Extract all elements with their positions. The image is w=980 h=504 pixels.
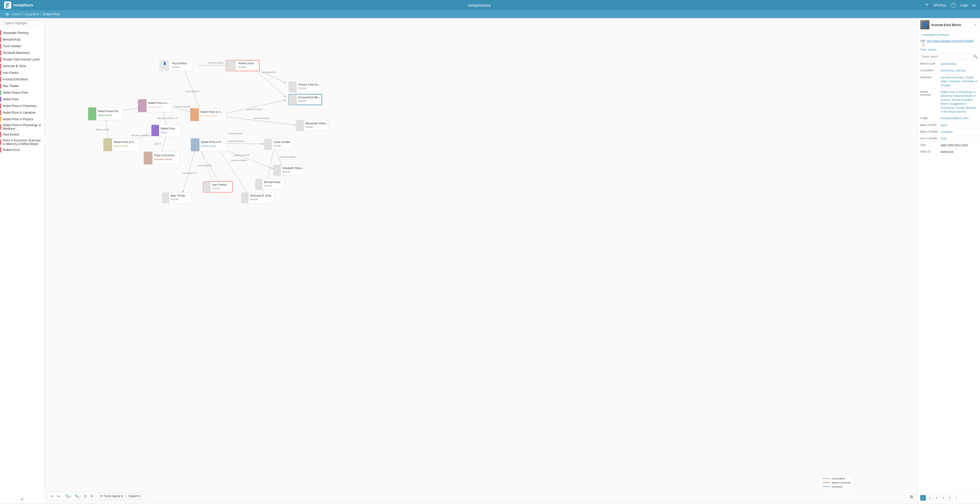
prop-value[interactable]: Nysa [941, 123, 977, 127]
legend-award-received: award received [822, 481, 851, 484]
node-paul-ehrlich[interactable]: 👤 Paul Ehrlich human [160, 60, 193, 71]
prop-value[interactable]: Nobel Prize in Physiology or Medicine, N… [941, 90, 977, 114]
svg-rect-52 [289, 81, 297, 92]
zoom-fit-button[interactable]: ⊡ [83, 493, 88, 499]
sidebar-item[interactable]: Nobel Prize in Physiology or Medicine [0, 122, 45, 131]
export-button[interactable]: Export ▾ [126, 493, 142, 499]
clear-button[interactable]: ✕ [89, 493, 94, 499]
svg-rect-1 [6, 4, 9, 5]
sidebar-item[interactable]: Ivan Pavlov [0, 70, 45, 76]
sidebar-item-label: Paul Ehrlich [3, 133, 42, 136]
sidebar-item[interactable]: Paul Ehrlich [0, 131, 45, 138]
panel-search-input[interactable] [920, 54, 973, 59]
prop-value[interactable]: Lexington [941, 130, 977, 134]
prop-value[interactable]: biochemist, chemist [941, 69, 977, 73]
lang-selector[interactable]: en [972, 3, 976, 7]
svg-text:human: human [172, 66, 180, 68]
prop-value: 0000 0000 8251 0522 [941, 143, 977, 147]
page-button[interactable]: 2 [927, 495, 932, 501]
node-nobel-chem[interactable]: Nobel Prize in C... chemistry award [190, 108, 226, 121]
sidebar-item[interactable]: Nobel Prize in Literature [0, 109, 45, 116]
node-peace-prize[interactable]: Nobel Peace Pri... peace awards [88, 108, 123, 120]
prop-value[interactable]: biochemistry [941, 62, 977, 66]
prop-value[interactable]: male [941, 137, 977, 140]
navigate-link[interactable]: ↗ Navigate to resource [920, 33, 949, 36]
node-alexander[interactable]: Alexander Flemi... human [296, 120, 328, 131]
sidebar-item[interactable]: Nobel Prize [0, 96, 45, 103]
zoom-in-button[interactable]: 🔍+ [64, 493, 73, 499]
sidebar-item[interactable]: Nobel Peace Prize [0, 89, 45, 96]
sidebar-scroll-down[interactable]: ▼ [0, 496, 45, 503]
node-gertrude[interactable]: Gertrude B. Elion human [241, 192, 275, 203]
panel-search-button[interactable]: 🔍 [973, 54, 977, 59]
color-indicator [0, 140, 1, 145]
force-layout-button[interactable]: ✳ Force layout ▾ [97, 493, 125, 499]
prop-value[interactable]: Konrad%20Bloch.JPG [941, 116, 977, 120]
node-elizabeth[interactable]: Elizabeth Black... human [273, 165, 304, 176]
sidebar-item[interactable]: Prize in Economic Sciences in Memory of … [0, 138, 45, 146]
sidebar-item[interactable]: Max Theiler [0, 83, 45, 89]
breadcrumb-diagrams[interactable]: Diagrams [25, 12, 39, 16]
login-link[interactable]: Login [960, 3, 968, 7]
avatar: 👤 [920, 20, 929, 29]
copy-icon[interactable]: 📋 [921, 42, 925, 45]
expand-button[interactable]: ≫ [4, 12, 11, 17]
sidebar-item-label: Max Theiler [3, 84, 42, 88]
breadcrumb-home[interactable]: Home [12, 12, 21, 16]
undo-button[interactable]: ↩ [49, 493, 55, 499]
sparql-link[interactable]: SPARQL [934, 3, 947, 7]
svg-rect-72 [203, 181, 211, 192]
sidebar-item[interactable]: Nobel Prize in Physics [0, 116, 45, 122]
page-button[interactable]: 4 [940, 495, 946, 501]
node-bernard[interactable]: Bernard Katz human [255, 179, 284, 190]
svg-rect-104 [88, 108, 96, 120]
page-button[interactable]: 1 [920, 495, 926, 501]
node-nobel-phys[interactable]: Nobel Prize in P... physics award [103, 138, 139, 151]
sidebar-item[interactable]: Alexander Fleming [0, 30, 45, 36]
node-economics[interactable]: Prize in Econom... economics award... [144, 152, 180, 164]
close-panel-button[interactable]: × [973, 22, 977, 27]
sidebar-item[interactable]: Nobel Prize in Chemistry [0, 103, 45, 109]
zoom-out-button[interactable]: 🔍− [73, 493, 82, 499]
page-button[interactable]: 3 [934, 495, 939, 501]
svg-line-38 [267, 145, 275, 181]
sidebar-item[interactable]: Elizabeth Blackburn [0, 49, 45, 56]
graph-area[interactable]: doctoral advisor nominated for nominated… [45, 18, 918, 503]
page-button[interactable]: 5 [947, 495, 952, 501]
sidebar-search-input[interactable] [2, 20, 42, 26]
sidebar-item[interactable]: Bernard Katz [0, 36, 45, 43]
legend-received: received [822, 485, 851, 488]
color-indicator [0, 124, 1, 129]
type-value[interactable]: human [928, 48, 937, 51]
node-konrad-blo[interactable]: Konrad Emil Blo... human [289, 94, 322, 105]
node-nobel-lit[interactable]: Nobel Prize in L... literary award [138, 99, 172, 112]
color-indicator [0, 117, 1, 122]
svg-text:Nobel Prize in C...: Nobel Prize in C... [200, 110, 223, 113]
sidebar-item[interactable]: Robert Koch [0, 146, 45, 153]
prop-value[interactable]: Harvard University, Florida State Univer… [941, 76, 977, 87]
help-icon[interactable]: ? [951, 3, 956, 8]
page-button[interactable]: » [953, 495, 959, 501]
node-max[interactable]: Max Theiler human [162, 192, 192, 203]
search-icon[interactable]: 🔍 [925, 3, 929, 7]
prop-row: VIAF ID64904319 [918, 149, 980, 156]
svg-text:Ivan Pavlov: Ivan Pavlov [212, 183, 227, 186]
svg-rect-60 [296, 120, 304, 131]
sidebar-item-label: Carol Greider [3, 45, 42, 48]
full-screen-button[interactable]: ⊞ [908, 493, 915, 500]
sidebar-item[interactable]: Carol Greider [0, 43, 45, 49]
svg-rect-56 [289, 94, 297, 105]
uri-link[interactable]: http://www.wikidata.org/entity/Q35698 [927, 39, 974, 42]
node-feodor[interactable]: Feodor Felix Ko... human [289, 81, 322, 92]
redo-button[interactable]: ↪ [56, 493, 61, 499]
svg-rect-88 [138, 99, 146, 112]
sidebar-item[interactable]: Feodor Felix Konrad Lynen [0, 56, 45, 63]
node-ivan[interactable]: Ivan Pavlov human [203, 181, 232, 192]
node-robert-koch[interactable]: Robert Koch human [226, 60, 259, 71]
node-nobel-prize[interactable]: Nobel Prize award [151, 125, 181, 136]
svg-rect-0 [6, 3, 10, 4]
node-nobel-sci[interactable]: Nobel Prize in P... science award [191, 138, 226, 151]
node-carol[interactable]: Carol Greider human [264, 139, 294, 149]
sidebar-item[interactable]: Konrad Emil Bloch [0, 76, 45, 83]
sidebar-item[interactable]: Gertrude B. Elion [0, 63, 45, 70]
